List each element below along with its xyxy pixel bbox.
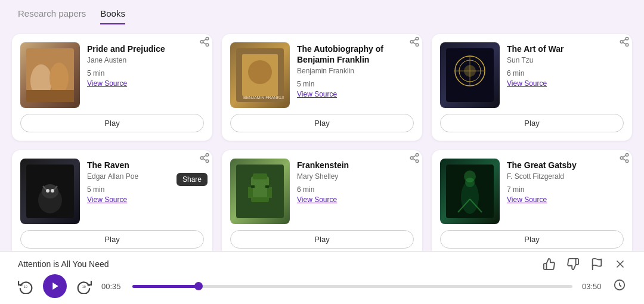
book-cover-frankenstein [230, 159, 290, 224]
close-button[interactable] [614, 258, 626, 270]
svg-rect-43 [251, 185, 255, 188]
svg-line-26 [623, 39, 626, 41]
share-button[interactable] [617, 150, 632, 168]
svg-line-59 [623, 159, 626, 160]
card-info: Pride and Prejudice Jane Austen 5 min Vi… [87, 42, 204, 108]
book-duration: 5 min [87, 185, 204, 194]
card-top: BENJAMIN FRANKLIN The Autobiography of B… [222, 34, 422, 108]
forward-button[interactable]: 10 [76, 278, 92, 294]
svg-text:BENJAMIN FRANKLIN: BENJAMIN FRANKLIN [243, 95, 284, 100]
svg-line-35 [203, 159, 206, 160]
svg-point-11 [248, 60, 272, 84]
card-info: The Great Gatsby F. Scott Fitzgerald 7 m… [507, 159, 624, 224]
book-card-gatsby: The Great Gatsby F. Scott Fitzgerald 7 m… [432, 150, 632, 257]
svg-text:10: 10 [24, 285, 27, 289]
view-source-link[interactable]: View Source [507, 79, 624, 88]
current-time: 00:35 [101, 282, 123, 291]
book-title: The Raven [87, 160, 204, 170]
svg-marker-65 [52, 283, 58, 290]
card-top: Frankenstein Mary Shelley 6 min View Sou… [222, 150, 422, 224]
svg-rect-44 [265, 185, 269, 188]
player-bar: Attention is All You Need 10 10 00:35 [0, 251, 644, 304]
svg-point-29 [42, 184, 58, 198]
book-cover-franklin: BENJAMIN FRANKLIN [230, 42, 290, 108]
book-author: Mary Shelley [297, 172, 414, 181]
book-card-artofwar: The Art of War Sun Tzu 6 min View Source… [432, 34, 632, 141]
speed-button[interactable] [613, 278, 626, 294]
player-action-buttons [543, 258, 626, 271]
svg-line-7 [203, 42, 206, 44]
svg-line-8 [203, 39, 206, 41]
share-button[interactable] [197, 34, 212, 52]
book-duration: 6 min [297, 185, 414, 194]
svg-rect-40 [248, 187, 253, 198]
play-button[interactable]: Play [230, 230, 414, 249]
progress-bar[interactable] [132, 285, 572, 288]
book-grid: Pride and Prejudice Jane Austen 5 min Vi… [0, 24, 644, 266]
card-top: The Raven Edgar Allan Poe 5 min View Sou… [12, 150, 212, 224]
svg-line-16 [413, 42, 416, 44]
book-cover-pride [20, 42, 80, 108]
svg-line-49 [413, 156, 416, 157]
share-button[interactable] [407, 150, 422, 168]
view-source-link[interactable]: View Source [507, 196, 624, 204]
tab-bar: Research papers Books [0, 0, 644, 24]
book-author: Jane Austen [87, 56, 204, 64]
svg-line-17 [413, 39, 416, 41]
book-card-pride: Pride and Prejudice Jane Austen 5 min Vi… [12, 34, 212, 141]
like-button[interactable] [543, 258, 556, 271]
book-title: Frankenstein [297, 160, 414, 170]
share-tooltip: Share [177, 173, 208, 186]
play-button[interactable]: Play [440, 114, 624, 132]
svg-line-25 [623, 42, 626, 44]
svg-point-55 [464, 170, 476, 182]
book-duration: 7 min [507, 185, 624, 194]
card-top: The Great Gatsby F. Scott Fitzgerald 7 m… [432, 150, 632, 224]
book-title: The Autobiography of Benjamin Franklin [297, 44, 414, 65]
view-source-link[interactable]: View Source [87, 196, 204, 204]
tab-research-papers[interactable]: Research papers [18, 8, 86, 24]
book-duration: 5 min [87, 69, 204, 77]
share-button[interactable] [197, 150, 212, 168]
card-info: The Autobiography of Benjamin Franklin B… [297, 42, 414, 108]
book-card-franklin: BENJAMIN FRANKLIN The Autobiography of B… [222, 34, 422, 141]
play-button[interactable]: Play [230, 114, 414, 132]
svg-point-30 [46, 189, 49, 193]
book-title: The Art of War [507, 44, 624, 54]
book-cover-artofwar [440, 42, 500, 108]
play-button[interactable]: Play [440, 230, 624, 249]
share-button[interactable] [407, 34, 422, 52]
svg-point-2 [49, 63, 69, 94]
svg-line-48 [413, 159, 416, 160]
flag-button[interactable] [590, 258, 603, 271]
play-button[interactable]: Play [20, 230, 204, 249]
card-info: The Art of War Sun Tzu 6 min View Source [507, 42, 624, 108]
book-author: F. Scott Fitzgerald [507, 172, 624, 181]
view-source-link[interactable]: View Source [297, 196, 414, 204]
play-pause-button[interactable] [43, 274, 67, 298]
book-cover-gatsby [440, 159, 500, 224]
card-info: Frankenstein Mary Shelley 6 min View Sou… [297, 159, 414, 224]
svg-text:10: 10 [82, 285, 86, 289]
play-button[interactable]: Play [20, 114, 204, 132]
rewind-button[interactable]: 10 [18, 278, 33, 294]
book-author: Sun Tzu [507, 56, 624, 64]
svg-rect-41 [267, 187, 272, 198]
book-duration: 6 min [507, 69, 624, 77]
book-author: Benjamin Franklin [297, 67, 414, 75]
total-time: 03:50 [582, 282, 603, 291]
book-duration: 5 min [297, 80, 414, 88]
view-source-link[interactable]: View Source [87, 79, 204, 88]
svg-rect-3 [26, 90, 74, 102]
tab-books[interactable]: Books [100, 8, 125, 24]
player-title: Attention is All You Need [18, 259, 109, 269]
view-source-link[interactable]: View Source [297, 90, 414, 98]
card-info: The Raven Edgar Allan Poe 5 min View Sou… [87, 159, 204, 224]
book-title: Pride and Prejudice [87, 44, 204, 54]
card-top: Pride and Prejudice Jane Austen 5 min Vi… [12, 34, 212, 108]
svg-rect-42 [251, 197, 269, 202]
book-card-raven: The Raven Edgar Allan Poe 5 min View Sou… [12, 150, 212, 257]
dislike-button[interactable] [566, 258, 580, 271]
share-button[interactable] [617, 34, 632, 52]
card-top: The Art of War Sun Tzu 6 min View Source [432, 34, 632, 108]
